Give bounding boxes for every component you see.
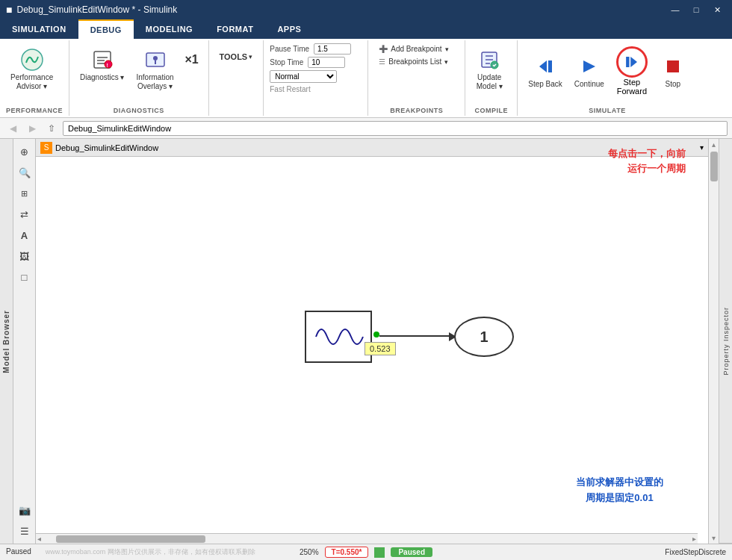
performance-advisor-button[interactable]: PerformanceAdvisor ▾ [6,43,58,94]
ribbon-group-diagnostics: ! Diagnostics ▾ InformationOverlays ▾ ×1 [69,40,209,116]
stop-button[interactable]: Stop [655,50,691,92]
tools-label: TOOLS [220,52,248,61]
svg-rect-13 [626,57,629,67]
model-icon: S [40,142,52,154]
main-layout: Model Browser ⊕ 🔍 ⊞ ⇄ A 🖼 □ 📷 ☰ S Debug_… [0,139,732,544]
tab-modeling[interactable]: MODELING [134,19,205,39]
normal-row: Normal Accelerator [270,70,362,83]
up-button[interactable]: ⇧ [43,120,60,137]
ribbon-group-breakpoints: ➕ Add Breakpoint ▾ ☰ Breakpoints List ▾ … [368,40,465,116]
information-overlays-button[interactable]: InformationOverlays ▾ [131,43,178,94]
h-scroll-thumb[interactable] [56,535,205,543]
stop-time-row: Stop Time [270,57,362,68]
diagnostics-button[interactable]: ! Diagnostics ▾ [75,43,128,85]
connector-dot [373,332,379,337]
add-bp-icon: ➕ [379,45,388,53]
svg-marker-11 [583,60,595,72]
add-breakpoint-button[interactable]: ➕ Add Breakpoint ▾ [374,43,453,55]
continue-button[interactable]: Continue [570,50,609,92]
maximize-button[interactable]: □ [687,2,705,17]
update-model-button[interactable]: UpdateModel ▾ [471,43,507,94]
pause-time-input[interactable] [314,43,351,55]
tool-zoom[interactable]: 🔍 [15,163,34,182]
status-bar: Paused www.toymoban.com 网络图片仅供展示，非存储，如有侵… [0,544,732,560]
v-scroll-thumb[interactable] [710,152,718,181]
watermark: www.toymoban.com 网络图片仅供展示，非存储，如有侵权请联系删除 [46,548,255,556]
scroll-left-btn[interactable]: ◂ [37,535,41,543]
annotation-blue-line1: 当前求解器中设置的 [576,475,663,491]
tool-rect[interactable]: □ [15,267,34,287]
model-browser-tab[interactable]: Model Browser [0,139,13,544]
tab-simulation[interactable]: SIMULATION [0,19,78,39]
performance-group-label: PERFORMANCE [6,104,63,114]
arrow-line [379,335,451,337]
breakpoints-list-button[interactable]: ☰ Breakpoints List ▾ [374,56,453,67]
svg-marker-9 [539,60,547,72]
svg-point-2 [105,60,112,68]
simulate-group-label: SIMULATE [524,104,691,114]
canvas-dropdown-arrow[interactable]: ▾ [700,143,704,152]
step-forward-icon [621,52,642,72]
svg-rect-10 [548,60,552,72]
minimize-button[interactable]: — [666,2,684,17]
x1-icon: ×1 [184,46,198,73]
normal-select[interactable]: Normal Accelerator [270,70,337,83]
scroll-down-btn[interactable]: ▾ [712,534,716,542]
stop-icon [661,53,685,80]
time-group: Pause Time Stop Time Normal Accelerator … [264,40,368,116]
step-back-icon [533,53,557,80]
close-button[interactable]: ✕ [708,2,726,17]
zoom-level: 250% [300,548,319,556]
status-right: FixedStepDiscrete [438,548,726,556]
tool-zoom-in[interactable]: ⊞ [15,184,34,203]
x1-button[interactable]: ×1 [182,43,202,76]
sine-block[interactable] [305,311,372,363]
scroll-right-btn[interactable]: ▸ [692,535,696,543]
ribbon-group-simulate: Step Back Continue Step [518,40,697,116]
fast-restart-row: Fast Restart [270,85,362,93]
add-bp-arrow: ▾ [445,46,449,53]
property-inspector-panel: Property Inspector [719,139,732,544]
value-display: 0.523 [365,342,396,355]
diagnostics-items: ! Diagnostics ▾ InformationOverlays ▾ ×1 [75,43,202,94]
step-forward-button[interactable]: StepForward [612,43,652,99]
tool-pointer[interactable]: ⊕ [15,142,34,161]
sine-wave-svg [312,318,365,355]
h-scrollbar[interactable]: ◂ ▸ [36,533,698,544]
step-forward-label: StepForward [617,78,647,96]
ribbon-group-compile: UpdateModel ▾ COMPILE [465,40,518,116]
tool-collapse[interactable]: ☰ [15,521,34,541]
gain-block[interactable]: 1 [454,317,514,357]
tool-camera[interactable]: 📷 [15,500,34,520]
scroll-up-btn[interactable]: ▴ [712,140,716,149]
tools-dropdown-button[interactable]: TOOLS ▾ [215,49,258,64]
left-toolbar: ⊕ 🔍 ⊞ ⇄ A 🖼 □ 📷 ☰ [13,139,36,544]
tool-arrows[interactable]: ⇄ [15,205,34,224]
ribbon-group-performance: PerformanceAdvisor ▾ PERFORMANCE [0,40,69,116]
window-title: Debug_SimulinkEditWindow * - Simulink [16,4,666,15]
tab-format[interactable]: FORMAT [205,19,265,39]
v-scrollbar[interactable]: ▴ ▾ [708,139,719,544]
pause-time-label: Pause Time [270,45,309,53]
tool-text[interactable]: A [15,225,34,245]
stop-time-input[interactable] [308,57,345,68]
annotation-blue-line2: 周期是固定0.01 [576,491,663,506]
annotation-red-line1: 每点击一下，向前 [608,146,686,161]
canvas-title-bar: S Debug_SimulinkEditWindow ▾ [36,139,708,157]
tools-group-label [215,111,258,114]
back-button[interactable]: ◀ [4,120,21,137]
breakpoints-items: ➕ Add Breakpoint ▾ ☰ Breakpoints List ▾ [374,43,453,67]
forward-button[interactable]: ▶ [24,120,40,137]
information-overlays-icon [144,46,167,73]
tab-debug[interactable]: DEBUG [78,19,134,39]
performance-items: PerformanceAdvisor ▾ [6,43,58,104]
address-bar: ◀ ▶ ⇧ [0,118,732,139]
tool-image[interactable]: 🖼 [15,246,34,266]
property-inspector-tab[interactable]: Property Inspector [719,139,732,544]
pause-time-row: Pause Time [270,43,362,55]
bp-list-icon: ☰ [379,57,385,66]
step-back-button[interactable]: Step Back [524,50,567,92]
tab-apps[interactable]: APPS [265,19,313,39]
stop-label: Stop [666,80,681,89]
address-input[interactable] [63,121,728,136]
